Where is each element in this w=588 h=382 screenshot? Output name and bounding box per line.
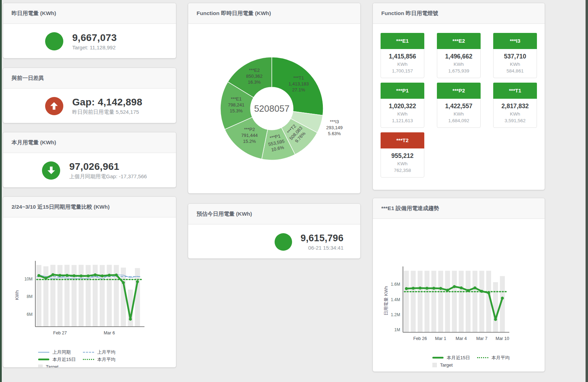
panel-title: ***E1 設備用電達成趨勢 — [373, 198, 545, 219]
svg-text:1.2M: 1.2M — [391, 312, 400, 317]
kpi-subtitle: 06-21 15:34:41 — [300, 245, 343, 251]
legend-row: 本月近15日本月平均 — [432, 354, 545, 361]
device-tile[interactable]: ***E11,415,856KWh1,700,157 — [381, 33, 424, 78]
legend-label: Target — [46, 364, 58, 367]
device-tile[interactable]: ***P21,422,557KWh1,684,092 — [437, 83, 481, 128]
legend-item[interactable]: 本月平均 — [477, 355, 522, 361]
svg-text:Mar 7: Mar 7 — [476, 336, 487, 341]
page-edge-left — [0, 0, 2, 382]
panel-title: Function 昨日用電燈號 — [373, 3, 545, 24]
kpi-body: 9,667,073 Target: 11,128,992 — [8, 24, 181, 58]
legend-marker-icon — [83, 359, 94, 360]
status-circle-icon — [45, 32, 63, 50]
target-bar — [418, 271, 423, 332]
svg-text:1M: 1M — [394, 327, 400, 332]
kpi-subtitle: Target: 11,128,992 — [72, 44, 144, 50]
tile-target: 1,675,939 — [437, 68, 480, 74]
tile-unit: KWh — [381, 161, 424, 166]
panel-compare-chart: 2/24~3/10 近15日同期用電量比較 (KWh) 6M8M10MFeb 2… — [3, 196, 176, 368]
tile-unit: KWh — [494, 62, 537, 67]
legend-row: 上月同期上月平均 — [38, 348, 176, 356]
svg-text:Feb 27: Feb 27 — [53, 331, 67, 335]
panel-title: 本月用電量 (KWh) — [3, 132, 176, 153]
page-edge-right — [586, 0, 588, 382]
tile-unit: KWh — [437, 111, 480, 117]
panel-month-usage: 本月用電量 (KWh) 97,026,961 上個月同期用電Gap: -17,3… — [3, 132, 176, 188]
tile-name: ***E2 — [437, 33, 481, 49]
tile-value: 537,710 — [494, 53, 537, 60]
target-bar — [79, 265, 84, 327]
svg-text:Mar 4: Mar 4 — [456, 336, 467, 341]
legend-label: 本月近15日 — [447, 355, 470, 361]
legend-marker-icon — [38, 352, 49, 353]
tile-value: 1,422,557 — [437, 103, 480, 110]
tile-value: 955,212 — [381, 152, 424, 160]
legend-item[interactable]: 本月近15日 — [432, 355, 477, 361]
legend-marker-icon — [432, 363, 437, 367]
legend-item[interactable]: Target — [432, 362, 477, 368]
target-bar — [43, 266, 48, 327]
panel-title: 2/24~3/10 近15日同期用電量比較 (KWh) — [3, 197, 176, 217]
donut-chart[interactable]: ***T11,413,18327.1%***I3293,1495.63%***T… — [192, 52, 356, 167]
svg-text:Mar 6: Mar 6 — [104, 331, 115, 335]
device-tile[interactable]: ***P11,020,322KWh1,121,613 — [381, 83, 424, 128]
target-bar — [71, 265, 76, 327]
target-bar — [445, 271, 450, 332]
panel-e1-trend: ***E1 設備用電達成趨勢 1M1.2M1.4M1.6MFeb 26Mar 1… — [373, 198, 545, 372]
svg-text:1.6M: 1.6M — [391, 282, 400, 287]
panel-status-lights: Function 昨日用電燈號 ***E11,415,856KWh1,700,1… — [373, 3, 545, 190]
kpi-body: 9,615,796 06-21 15:34:41 — [188, 224, 360, 259]
legend-row: Target — [432, 361, 545, 369]
legend-marker-icon — [38, 364, 43, 367]
tile-target: 1,700,157 — [381, 68, 424, 74]
panel-today-estimate: 預估今日用電量 (KWh) 9,615,796 06-21 15:34:41 — [188, 203, 361, 259]
trend-chart[interactable]: 1M1.2M1.4M1.6MFeb 26Mar 1Mar 4Mar 7Mar 1… — [383, 265, 545, 353]
target-bar — [411, 271, 416, 332]
device-tile[interactable]: ***E21,496,662KWh1,675,939 — [437, 33, 481, 78]
tile-unit: KWh — [437, 62, 480, 67]
panel-realtime-donut: Function 即時日用電量 (KWh) ***T11,413,18327.1… — [188, 3, 361, 194]
panel-title: 昨日用電量 (KWh) — [3, 3, 176, 24]
panel-title: 預估今日用電量 (KWh) — [188, 204, 360, 224]
svg-text:8M: 8M — [27, 294, 33, 299]
legend-item[interactable]: Target — [38, 364, 83, 367]
tile-unit: KWh — [381, 62, 424, 67]
svg-text:Mar 10: Mar 10 — [496, 336, 509, 341]
donut-slice-label: ***I3293,1495.63% — [326, 119, 342, 136]
tile-name: ***P2 — [437, 83, 481, 99]
legend-row: Target — [38, 363, 176, 367]
legend-item[interactable]: 上月同期 — [38, 349, 83, 355]
kpi-subtitle: 昨日與前日用電量 5,524,175 — [72, 109, 144, 116]
tile-value: 2,817,832 — [494, 103, 537, 110]
panel-title: Function 即時日用電量 (KWh) — [188, 3, 360, 24]
tile-value: 1,415,856 — [381, 53, 424, 60]
device-tile[interactable]: ***T2955,212KWh762,358 — [381, 132, 424, 178]
legend-item[interactable]: 上月平均 — [83, 349, 128, 355]
legend-item[interactable]: 本月平均 — [83, 356, 128, 363]
tiles-grid: ***E11,415,856KWh1,700,157***E21,496,662… — [373, 24, 545, 178]
tile-unit: KWh — [381, 111, 424, 117]
compare-chart[interactable]: 6M8M10MFeb 27Mar 6KWh — [14, 259, 176, 347]
legend-marker-icon — [432, 357, 444, 359]
tile-name: ***T2 — [381, 132, 424, 148]
tile-name: ***E1 — [381, 33, 424, 49]
target-bar — [452, 271, 457, 332]
svg-text:1.4M: 1.4M — [391, 297, 400, 302]
legend-label: 本月近15日 — [52, 356, 76, 363]
panel-yesterday-usage: 昨日用電量 (KWh) 9,667,073 Target: 11,128,992 — [3, 3, 176, 58]
tile-unit: KWh — [494, 111, 537, 117]
device-tile[interactable]: ***T12,817,832KWh3,591,562 — [493, 83, 537, 128]
device-tile[interactable]: ***I3537,710KWh584,861 — [493, 33, 537, 78]
y-axis-label: 日用電量 KWh — [383, 286, 389, 315]
kpi-body: 97,026,961 上個月同期用電Gap: -17,377,566 — [8, 153, 181, 188]
trend-legend: 本月近15日本月平均Target — [373, 354, 545, 369]
target-bar — [404, 271, 409, 332]
target-bar — [431, 271, 436, 332]
legend-marker-icon — [38, 359, 49, 360]
legend-label: 本月平均 — [491, 355, 510, 361]
panel-day-gap: 與前一日差異 Gap: 4,142,898 昨日與前日用電量 5,524,175 — [3, 68, 176, 123]
up-arrow-icon — [45, 97, 63, 115]
kpi-value: 9,667,073 — [72, 32, 144, 43]
tile-value: 1,020,322 — [381, 103, 424, 110]
legend-item[interactable]: 本月近15日 — [38, 356, 83, 363]
